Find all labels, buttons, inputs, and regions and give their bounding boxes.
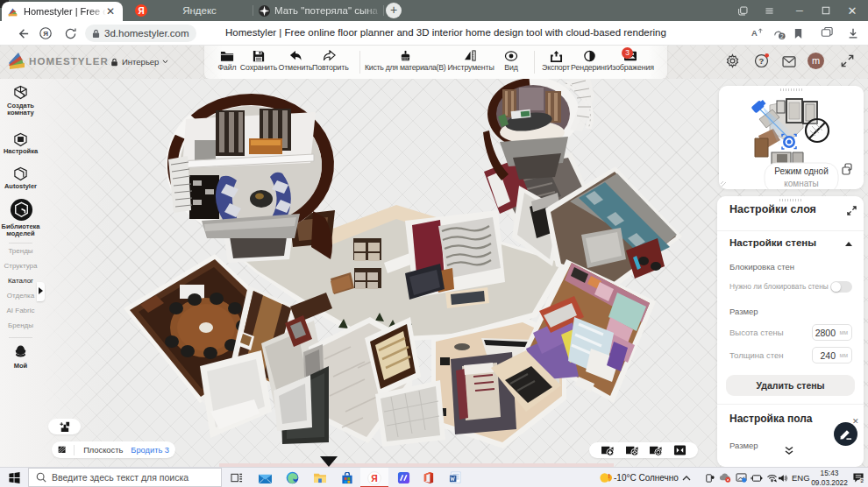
svg-text:Режим одной: Режим одной [774, 166, 828, 176]
svg-text:2: 2 [780, 32, 784, 39]
svg-text:комнаты: комнаты [784, 179, 819, 188]
svg-text:A: A [751, 29, 757, 38]
svg-text:Я: Я [43, 30, 48, 38]
svg-text:Я: Я [371, 473, 377, 483]
svg-text:!: ! [608, 472, 610, 480]
svg-text:?: ? [759, 56, 765, 66]
